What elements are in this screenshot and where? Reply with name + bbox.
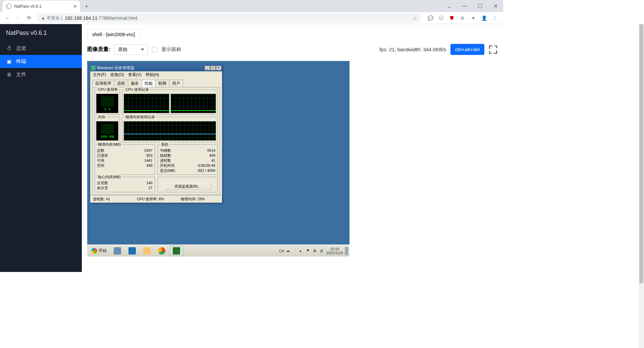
vnc-viewport[interactable]: Windows 任务管理器 _ □ × 文件(F) 选项(O) 查看(V) 帮助… [87,61,350,257]
cpu-history: CPU 使用记录 [122,89,218,115]
session-tab[interactable]: shell - [win2008-vnc] [87,29,140,40]
tray-chevron-icon[interactable]: ▴ [300,249,304,253]
maximize-icon[interactable]: ☐ [472,0,488,12]
menu-options[interactable]: 选项(O) [110,72,124,78]
browser-tab[interactable]: NatPass v0.6.1 ✕ [3,1,80,12]
tab-applications[interactable]: 应用程序 [92,80,114,87]
mem-gauge: 内存 606 MB [95,117,120,142]
sidebar-item-terminal[interactable]: ▣ 终端 [0,55,82,68]
close-icon[interactable]: ✕ [73,4,77,9]
close-window-icon[interactable]: ✕ [488,0,503,12]
tray-icon[interactable]: ☁ [286,249,291,253]
info-icon[interactable]: ⓘ [438,15,444,21]
chevron-down-icon[interactable]: ⌄ [441,0,457,12]
globe-icon [6,4,11,9]
close-icon[interactable]: × [216,66,221,70]
cpu-usage-value: 3 % [97,107,118,112]
browser-toolbar: ← → ⟳ ▲ 不安全 | 192.168.164.11:7788/termin… [0,12,503,24]
tab-performance[interactable]: 性能 [142,80,156,87]
menu-view[interactable]: 查看(V) [128,72,142,78]
terminal-icon: ▣ [6,59,12,65]
taskmgr-icon [91,66,96,70]
sidebar-item-label: 文件 [16,71,26,78]
sidebar-item-files[interactable]: 🗎 文件 [0,68,82,81]
taskbar-server-manager-icon[interactable] [111,246,124,256]
new-tab-button[interactable]: + [82,2,91,11]
tray-volume-icon[interactable]: 🔊 [320,249,324,253]
sidebar-item-overview[interactable]: ⏱ 总览 [0,42,82,55]
tab-services[interactable]: 服务 [128,80,142,87]
user-ext-icon[interactable]: 👤 [481,15,487,21]
app-sidebar: NatPass v0.6.1 ⏱ 总览 ▣ 终端 🗎 文件 [0,24,82,272]
minimize-icon[interactable]: — [457,0,472,12]
task-manager-window[interactable]: Windows 任务管理器 _ □ × 文件(F) 选项(O) 查看(V) 帮助… [90,64,222,203]
menu-bar: 文件(F) 选项(O) 查看(V) 帮助(H) [90,71,222,78]
tab-users[interactable]: 用户 [169,80,183,87]
taskbar-chrome-icon[interactable] [155,246,168,256]
status-memory: 物理内存: 29% [178,196,222,203]
window-controls: ⌄ — ☐ ✕ [441,0,503,12]
taskbar-taskmgr-icon[interactable] [170,246,183,256]
back-button[interactable]: ← [3,13,12,23]
ublock-icon[interactable]: ⛊ [449,15,455,21]
extension-icons: 💬 ⓘ ⛊ ⊘ ✦ 👤 ⋮ [425,15,500,21]
taskbar-powershell-icon[interactable] [125,246,139,256]
cpu-gauge: CPU 使用率 3 % [95,89,120,115]
address-bar[interactable]: ▲ 不安全 | 192.168.164.11:7788/terminal.htm… [37,13,421,23]
extensions-puzzle-icon[interactable]: ✦ [470,15,476,21]
menu-file[interactable]: 文件(F) [93,72,106,78]
mem-usage-value: 606 MB [97,135,118,139]
language-indicator[interactable]: CH [279,249,284,253]
quality-label: 图像质量: [87,46,110,53]
menu-dots-icon[interactable]: ⋮ [492,15,498,21]
maximize-icon[interactable]: □ [210,66,216,70]
sidebar-item-label: 终端 [16,58,26,65]
tab-processes[interactable]: 进程 [114,80,128,87]
status-processes: 进程数: 41 [90,196,134,203]
reload-button[interactable]: ⟳ [24,13,34,23]
mem-history: 物理内存使用记录 [122,117,218,142]
kernel-memory-group: 核心内存(MB) 分页数140 未分页27 [95,177,155,192]
quality-select[interactable]: 原始 [114,44,148,55]
system-tray: CH ☁ ❔ ▴ ⚑ 🖧 🔊 10:16 2021/11/9 [279,247,348,255]
show-desktop-icon[interactable] [345,247,348,255]
noscript-icon[interactable]: ⊘ [460,15,466,21]
url-path: :7788/terminal.html [98,15,138,21]
show-cursor-label: 显示鼠标 [161,46,181,53]
windows-taskbar: 开始 CH ☁ ❔ ▴ ⚑ 🖧 🔊 10:16 2021/1 [87,245,350,257]
app-title: NatPass v0.6.1 [0,24,82,42]
show-cursor-checkbox[interactable] [152,47,157,52]
wechat-ext-icon[interactable]: 💬 [427,15,433,21]
sidebar-item-label: 总览 [16,45,26,52]
window-title: Windows 任务管理器 [97,65,135,71]
dashboard-icon: ⏱ [6,46,12,51]
start-button[interactable]: 开始 [89,247,109,255]
resource-monitor-button[interactable]: 资源监视器(R)... [164,183,211,190]
ctrl-alt-del-button[interactable]: ctrl+alt+del [450,44,484,55]
tray-clock[interactable]: 10:16 2021/11/9 [326,247,343,255]
minimize-icon[interactable]: _ [205,66,210,70]
tab-title: NatPass v0.6.1 [14,4,41,9]
menu-help[interactable]: 帮助(H) [146,72,159,78]
fullscreen-icon[interactable] [488,45,498,54]
vnc-controls: 图像质量: 原始 显示鼠标 fps: 21, bandwidth: 344.0K… [82,40,503,59]
file-icon: 🗎 [6,72,12,77]
tab-networking[interactable]: 联网 [155,80,169,87]
bookmark-star-icon[interactable]: ☆ [413,15,417,21]
browser-tabbar: NatPass v0.6.1 ✕ + ⌄ — ☐ ✕ [0,0,503,12]
windows-logo-icon [91,248,97,254]
main-content: shell - [win2008-vnc] 图像质量: 原始 显示鼠标 fps:… [82,24,503,272]
tray-flag-icon[interactable]: ⚑ [306,249,311,253]
tray-network-icon[interactable]: 🖧 [313,249,318,253]
system-group: 系统 句柄数9514 线程数409 进程数41 开机时间0:00:09:49 提… [158,144,218,175]
tray-help-icon[interactable]: ❔ [293,249,298,253]
status-bar: 进程数: 41 CPU 使用率: 6% 物理内存: 29% [90,195,222,203]
url-host: 192.168.164.11 [65,15,97,21]
physical-memory-group: 物理内存(MB) 总数2047 已缓存953 可用1441 空闲499 [95,144,155,175]
vnc-stats: fps: 21, bandwidth: 344.0KB/s [379,47,446,52]
status-cpu: CPU 使用率: 6% [134,196,178,203]
taskbar-explorer-icon[interactable] [140,246,154,256]
window-titlebar[interactable]: Windows 任务管理器 _ □ × [90,65,222,71]
taskmgr-tabs: 应用程序 进程 服务 性能 联网 用户 [90,78,222,87]
forward-button[interactable]: → [13,13,23,23]
